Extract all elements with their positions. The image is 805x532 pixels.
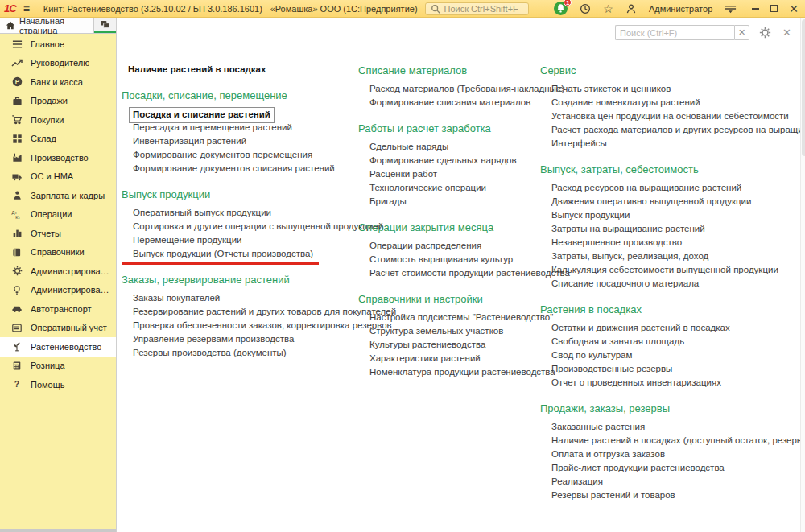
sidebar-item-fixed-assets[interactable]: ОС и НМА xyxy=(0,167,116,187)
sidebar-item-directories[interactable]: Справочники xyxy=(0,243,116,262)
menu-link[interactable]: Незавершенное производство xyxy=(540,236,793,250)
menu-link[interactable]: Стоимость выращивания культур xyxy=(358,253,540,266)
sidebar-item-warehouse[interactable]: Склад xyxy=(0,130,116,149)
menu-link[interactable]: Технологические операции xyxy=(358,181,540,195)
content-search-input[interactable] xyxy=(615,25,734,40)
sidebar-item-manager[interactable]: Руководителю xyxy=(0,54,116,73)
menu-link[interactable]: Посадка и списание растений xyxy=(122,107,358,121)
history-button[interactable] xyxy=(580,3,591,14)
menu-link[interactable]: Инвентаризация растений xyxy=(122,134,358,148)
panel-close-icon[interactable]: ✕ xyxy=(782,27,791,38)
menu-link[interactable]: Расценки работ xyxy=(358,167,540,181)
menu-link[interactable]: Перемещение продукции xyxy=(122,233,358,247)
menu-link[interactable]: Операции распределения xyxy=(358,239,540,253)
hamburger-menu-icon[interactable]: ≡ xyxy=(23,3,30,14)
menu-link[interactable]: Формирование документов списания растени… xyxy=(122,162,358,175)
menu-link[interactable]: Остатки и движения растений в посадках xyxy=(540,321,793,335)
user-button[interactable] xyxy=(625,3,637,14)
menu-link[interactable]: Производственные резервы xyxy=(540,362,793,376)
section-title: Сервис xyxy=(540,63,793,79)
menu-link[interactable]: Формирование списания материалов xyxy=(358,96,540,109)
sidebar-item-operations[interactable]: ДтКтОперации xyxy=(0,205,116,225)
sidebar-item-vehicles[interactable]: Автотранспорт xyxy=(0,299,116,319)
menu-link[interactable]: Расчет стоимости продукции растениеводст… xyxy=(358,266,540,280)
menu-link[interactable]: Интерфейсы xyxy=(540,137,793,151)
scrollbar-thumb[interactable] xyxy=(802,19,805,156)
close-button[interactable]: ✕ xyxy=(789,3,799,14)
menu-link[interactable]: Пересадка и перемещение растений xyxy=(122,121,358,134)
menu-link[interactable]: Калькуляция себестоимости выпущенной про… xyxy=(540,263,793,277)
menu-link[interactable]: Реализация xyxy=(540,475,793,489)
menu-link[interactable]: Проверка обеспеченности заказов, коррект… xyxy=(122,319,358,332)
sidebar-item-sales[interactable]: Продажи xyxy=(0,92,116,111)
menu-link[interactable]: Культуры растениеводства xyxy=(358,338,540,352)
menu-section: Наличие растений в посадках xyxy=(122,63,358,76)
sidebar-item-main[interactable]: Главное xyxy=(0,35,116,54)
menu-link[interactable]: Резервы растений и товаров xyxy=(540,489,793,502)
menu-link[interactable]: Сдельные наряды xyxy=(358,140,540,154)
sidebar-item-administration-uau[interactable]: Администрирование УАУ xyxy=(0,281,116,300)
menu-link[interactable]: Бригады xyxy=(358,195,540,208)
minimize-button[interactable] xyxy=(752,8,759,10)
menu-link[interactable]: Наличие растений в посадках xyxy=(122,63,358,76)
menu-link[interactable]: Выпуск продукции (Отчеты производства) xyxy=(122,247,358,261)
menu-link[interactable]: Номенклатура продукции растениеводства xyxy=(358,365,540,379)
menu-link[interactable]: Списание посадочного материала xyxy=(540,277,793,291)
vertical-scrollbar[interactable] xyxy=(800,18,805,532)
service-menu-button[interactable] xyxy=(724,4,737,14)
sidebar-item-production[interactable]: Производство xyxy=(0,148,116,167)
menu-link[interactable]: Заказы покупателей xyxy=(122,291,358,305)
sidebar-item-help[interactable]: ?Помощь xyxy=(0,375,116,394)
menu-link[interactable]: Установка цен продукции на основании себ… xyxy=(540,109,793,123)
menu-link[interactable]: Движения оперативно выпущенной продукции xyxy=(540,195,793,208)
sidebar-item-label: Помощь xyxy=(31,380,65,390)
menu-link[interactable]: Формирование документов перемещения xyxy=(122,148,358,162)
sidebar-item-payroll-hr[interactable]: Зарплата и кадры xyxy=(0,186,116,205)
menu-link[interactable]: Затраты на выращивание растений xyxy=(540,222,793,236)
menu-link[interactable]: Характеристики растений xyxy=(358,352,540,365)
settings-gear-button[interactable] xyxy=(759,27,771,39)
menu-link[interactable]: Отчет о проведенных инвентаризациях xyxy=(540,376,793,390)
menu-link[interactable]: Оперативный выпуск продукции xyxy=(122,206,358,220)
menu-link[interactable]: Свод по культурам xyxy=(540,348,793,362)
maximize-button[interactable] xyxy=(770,5,778,12)
svg-text:Кт: Кт xyxy=(15,215,20,220)
menu-link[interactable]: Резервирование растений и других товаров… xyxy=(122,305,358,319)
plant-icon xyxy=(10,341,23,352)
sidebar-item-administration[interactable]: Администрирование xyxy=(0,262,116,281)
window-title: Кинт: Растениеводство (3.25.10.02 / БП 3… xyxy=(43,4,418,14)
tab-discussions[interactable] xyxy=(94,18,116,33)
menu-link[interactable]: Заказанные растения xyxy=(540,420,793,434)
sidebar-item-label: Руководителю xyxy=(31,58,89,68)
menu-link[interactable]: Оплата и отгрузка заказов xyxy=(540,447,793,461)
menu-link[interactable]: Печать этикеток и ценников xyxy=(540,82,793,96)
menu-link[interactable]: Свободная и занятая площадь xyxy=(540,335,793,348)
sidebar-item-crop-production[interactable]: Растениеводство xyxy=(0,337,116,357)
sidebar-item-reports[interactable]: Отчеты xyxy=(0,224,116,243)
menu-link[interactable]: Настройка подсистемы "Растениеводство" xyxy=(358,311,540,324)
menu-link[interactable]: Расход ресурсов на выращивание растений xyxy=(540,181,793,195)
menu-link[interactable]: Расчет расхода материалов и других ресур… xyxy=(540,123,793,137)
tab-home-page[interactable]: Начальная страница xyxy=(0,18,94,33)
menu-link[interactable]: Наличие растений в посадках (доступный о… xyxy=(540,434,793,447)
notifications-button[interactable]: 1 xyxy=(554,2,568,15)
sidebar-item-operational-accounting[interactable]: Оперативный учет xyxy=(0,319,116,338)
menu-section: Работы и расчет заработкаСдельные наряды… xyxy=(358,109,540,208)
sidebar-item-purchases[interactable]: Покупки xyxy=(0,110,116,130)
menu-section: Операции закрытия месяцаОперации распред… xyxy=(358,208,540,280)
menu-link[interactable]: Прайс-лист продукции растениеводства xyxy=(540,461,793,475)
menu-link[interactable]: Расход материалов (Требования-накладные) xyxy=(358,82,540,96)
menu-link[interactable]: Сортировка и другие операции с выпущенно… xyxy=(122,220,358,233)
sidebar-item-retail[interactable]: Розница xyxy=(0,357,116,376)
search-clear-button[interactable]: ✕ xyxy=(734,25,749,40)
global-search-field[interactable]: Поиск Ctrl+Shift+F xyxy=(425,2,530,15)
menu-link[interactable]: Затраты, выпуск, реализация, доход xyxy=(540,250,793,263)
menu-link[interactable]: Создание номенклатуры растений xyxy=(540,96,793,109)
menu-link[interactable]: Формирование сдельных нарядов xyxy=(358,154,540,167)
favorites-star-icon[interactable]: ☆ xyxy=(603,3,613,14)
menu-link[interactable]: Управление резервами производства xyxy=(122,332,358,346)
menu-link[interactable]: Выпуск продукции xyxy=(540,208,793,222)
menu-link[interactable]: Резервы производства (документы) xyxy=(122,346,358,360)
menu-link[interactable]: Структура земельных участков xyxy=(358,324,540,338)
sidebar-item-bank-cash[interactable]: РБанк и касса xyxy=(0,72,116,92)
